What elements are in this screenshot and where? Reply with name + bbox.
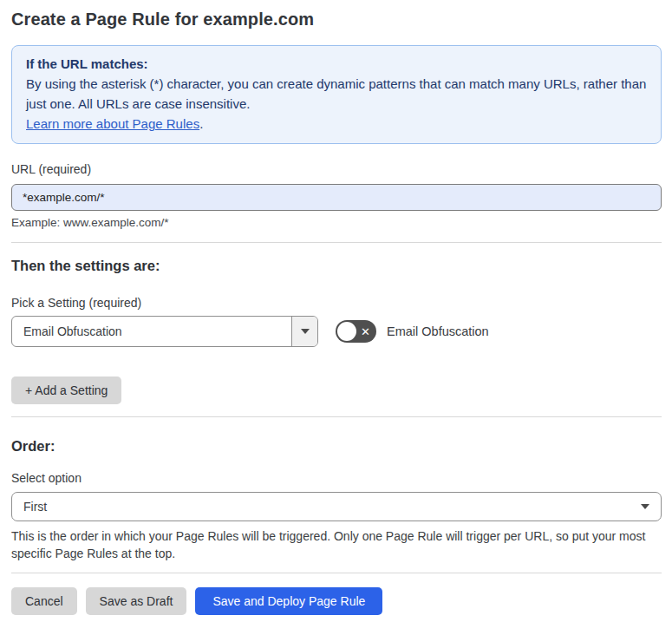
order-select[interactable]: First [11, 492, 662, 521]
order-help-text: This is the order in which your Page Rul… [11, 527, 660, 562]
url-match-info-box: If the URL matches: By using the asteris… [11, 45, 662, 144]
link-suffix-period: . [199, 116, 203, 131]
setting-select[interactable]: Email Obfuscation [11, 316, 318, 347]
info-box-heading: If the URL matches: [26, 54, 647, 74]
setting-row: Email Obfuscation ✕ Email Obfuscation [11, 316, 662, 347]
url-example-hint: Example: www.example.com/* [11, 216, 662, 230]
cancel-button[interactable]: Cancel [11, 587, 77, 615]
order-section-heading: Order: [11, 436, 662, 455]
url-input[interactable] [11, 184, 662, 211]
triangle-glyph [301, 329, 310, 334]
section-divider [11, 573, 662, 573]
info-box-body: By using the asterisk (*) character, you… [26, 74, 647, 114]
order-select-value: First [23, 500, 47, 514]
setting-select-value: Email Obfuscation [12, 317, 291, 346]
order-select-label: Select option [11, 471, 662, 486]
url-field-label: URL (required) [11, 162, 662, 177]
pick-setting-label: Pick a Setting (required) [11, 296, 662, 311]
settings-section-heading: Then the settings are: [11, 256, 662, 275]
save-deploy-button[interactable]: Save and Deploy Page Rule [195, 587, 382, 615]
info-box-link-line: Learn more about Page Rules. [26, 114, 647, 134]
toggle-label: Email Obfuscation [387, 324, 489, 338]
page-title: Create a Page Rule for example.com [11, 8, 662, 31]
section-divider [11, 416, 662, 417]
create-page-rule-form: Create a Page Rule for example.com If th… [0, 0, 672, 615]
section-divider [11, 242, 662, 243]
add-setting-button[interactable]: + Add a Setting [11, 376, 121, 404]
chevron-down-icon [641, 504, 649, 509]
toggle-knob [337, 322, 356, 341]
save-draft-button[interactable]: Save as Draft [86, 587, 187, 615]
email-obfuscation-toggle[interactable]: ✕ [336, 320, 376, 343]
footer-actions: Cancel Save as Draft Save and Deploy Pag… [11, 587, 662, 615]
learn-more-link[interactable]: Learn more about Page Rules [26, 116, 199, 131]
x-icon: ✕ [361, 320, 370, 343]
chevron-down-icon[interactable] [291, 317, 317, 346]
